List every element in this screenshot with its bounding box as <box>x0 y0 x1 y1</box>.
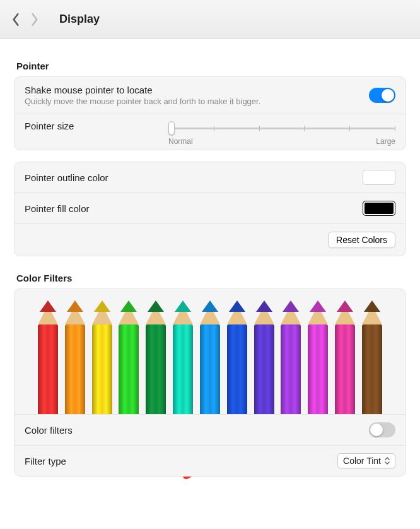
color-filters-panel: Color filters Filter type Color Tint <box>14 288 406 477</box>
pointer-size-scale-labels: Normal Large <box>168 137 395 146</box>
pointer-outline-color-row: Pointer outline color <box>15 162 405 193</box>
color-filters-enable-row: Color filters <box>15 415 405 445</box>
pointer-outline-color-well[interactable] <box>363 170 395 185</box>
pencil-icon <box>64 300 86 414</box>
pencil-icon <box>199 300 221 414</box>
pencil-icon <box>226 300 248 414</box>
color-filters-toggle[interactable] <box>369 422 395 437</box>
pointer-size-label: Pointer size <box>25 121 74 131</box>
pointer-size-min-label: Normal <box>168 137 193 146</box>
filter-type-value: Color Tint <box>343 456 381 466</box>
shake-to-locate-toggle[interactable] <box>369 88 395 103</box>
shake-to-locate-row: Shake mouse pointer to locate Quickly mo… <box>15 77 405 114</box>
pencil-icon <box>37 300 59 414</box>
back-button[interactable] <box>6 11 25 28</box>
pointer-color-panel: Pointer outline color Pointer fill color… <box>14 162 406 256</box>
pointer-size-slider[interactable] <box>168 121 395 136</box>
nav-arrows <box>6 11 44 28</box>
pencil-icon <box>145 300 166 414</box>
pointer-section-label: Pointer <box>16 61 406 71</box>
content: Pointer Shake mouse pointer to locate Qu… <box>0 39 420 477</box>
page-title: Display <box>59 13 100 26</box>
pencil-icon <box>254 300 275 414</box>
pointer-fill-color-well[interactable] <box>363 201 395 216</box>
shake-to-locate-text: Shake mouse pointer to locate Quickly mo… <box>25 85 369 106</box>
chevron-right-icon <box>30 13 39 27</box>
reset-colors-row: Reset Colors <box>15 223 405 256</box>
color-filters-enable-label: Color filters <box>25 425 73 436</box>
chevron-left-icon <box>11 13 20 27</box>
pointer-fill-color-label: Pointer fill color <box>25 203 90 214</box>
pencil-icon <box>118 300 139 414</box>
pointer-size-max-label: Large <box>376 137 395 146</box>
updown-chevron-icon <box>385 457 390 465</box>
toolbar: Display <box>0 0 420 39</box>
pointer-panel: Shake mouse pointer to locate Quickly mo… <box>14 76 406 150</box>
pointer-fill-color-row: Pointer fill color <box>15 193 405 223</box>
reset-colors-button[interactable]: Reset Colors <box>328 232 395 248</box>
pencil-icon <box>280 300 301 414</box>
filter-type-row: Filter type Color Tint <box>15 445 405 476</box>
pointer-size-slider-wrap: Normal Large <box>168 121 395 146</box>
pointer-size-row: Pointer size Normal Large <box>15 114 405 150</box>
pencil-icon <box>172 300 194 414</box>
pencil-icon <box>334 300 356 414</box>
pencil-icon <box>361 300 383 414</box>
shake-to-locate-sub: Quickly move the mouse pointer back and … <box>25 97 369 106</box>
pencil-icon <box>91 300 113 414</box>
shake-to-locate-title: Shake mouse pointer to locate <box>25 85 369 95</box>
color-filters-preview <box>15 289 405 415</box>
filter-type-label: Filter type <box>25 456 66 467</box>
pointer-outline-color-label: Pointer outline color <box>25 172 108 183</box>
forward-button[interactable] <box>25 11 44 28</box>
color-filters-section-label: Color Filters <box>16 273 406 283</box>
pencil-icon <box>307 300 329 414</box>
filter-type-select[interactable]: Color Tint <box>337 453 395 468</box>
